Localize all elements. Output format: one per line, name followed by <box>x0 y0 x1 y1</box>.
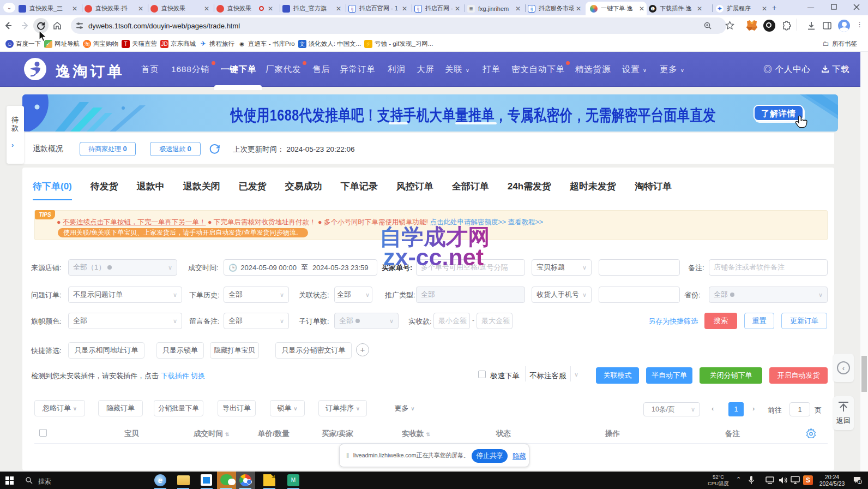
svg-text:1: 1 <box>859 481 860 484</box>
